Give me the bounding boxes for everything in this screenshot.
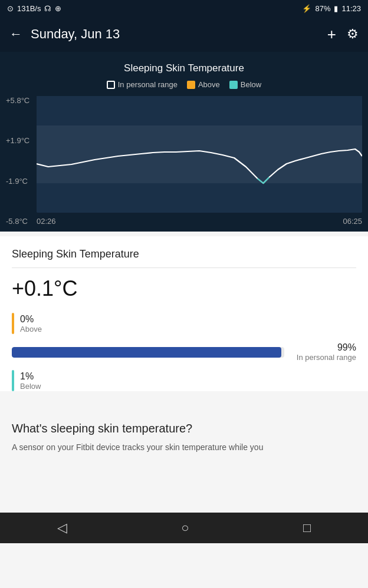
header-icons: + ⚙ xyxy=(327,25,359,44)
battery-icon: ▮ xyxy=(334,4,338,13)
x-label-start: 02:26 xyxy=(37,217,56,226)
legend-dot-cyan xyxy=(229,81,238,89)
below-pct: 1% xyxy=(20,371,41,382)
battery-pct: 87% xyxy=(315,4,330,13)
x-label-end: 06:25 xyxy=(343,217,362,226)
status-extra-icon: ☊ xyxy=(44,4,51,13)
header: ← Sunday, Jun 13 + ⚙ xyxy=(0,16,368,52)
status-extra2-icon: ⊕ xyxy=(55,4,61,13)
chart-canvas xyxy=(37,96,362,213)
nav-home-button[interactable]: ○ xyxy=(181,520,189,536)
legend-above-label: Above xyxy=(198,80,220,89)
stats-section: Sleeping Skin Temperature +0.1°C 0% Abov… xyxy=(0,236,368,391)
whats-body: A sensor on your Fitbit device tracks yo… xyxy=(12,441,356,454)
legend-dot-yellow xyxy=(187,81,195,89)
in-range-pct: 99% xyxy=(291,342,356,353)
above-name: Above xyxy=(20,325,42,333)
above-side-indicator xyxy=(12,313,14,334)
back-button[interactable]: ← xyxy=(9,27,22,42)
chart-legend: In personal range Above Below xyxy=(0,80,368,89)
signal-text: 131B/s xyxy=(17,4,41,13)
whats-title: What's sleeping skin temperature? xyxy=(12,422,356,435)
in-range-name: In personal range xyxy=(291,353,356,362)
legend-below-label: Below xyxy=(241,80,261,89)
legend-above: Above xyxy=(187,80,220,89)
bottom-nav: ◁ ○ □ xyxy=(0,513,368,543)
temp-value: +0.1°C xyxy=(12,276,356,301)
svg-rect-0 xyxy=(37,125,362,183)
below-side-indicator xyxy=(12,370,14,391)
y-label-lower: -1.9°C xyxy=(6,177,33,186)
status-right: ⚡ 87% ▮ 11:23 xyxy=(302,4,361,13)
y-label-bottom: -5.8°C xyxy=(6,217,33,226)
page-title: Sunday, Jun 13 xyxy=(31,27,327,42)
legend-dot-white xyxy=(107,81,115,89)
time: 11:23 xyxy=(341,4,361,13)
nav-recents-button[interactable]: □ xyxy=(303,520,311,536)
settings-button[interactable]: ⚙ xyxy=(347,27,359,42)
legend-below: Below xyxy=(229,80,261,89)
stat-row-in-range: 99% In personal range xyxy=(12,342,356,362)
chart-svg xyxy=(37,96,362,213)
chart-area: +5.8°C +1.9°C -1.9°C -5.8°C xyxy=(6,96,362,226)
above-pct: 0% xyxy=(20,314,42,325)
below-name: Below xyxy=(20,382,41,391)
whats-section: What's sleeping skin temperature? A sens… xyxy=(0,405,368,465)
y-label-top: +5.8°C xyxy=(6,96,33,105)
spacer xyxy=(0,465,368,513)
chart-section: Sleeping Skin Temperature In personal ra… xyxy=(0,52,368,232)
add-button[interactable]: + xyxy=(327,25,336,44)
in-range-label: 99% In personal range xyxy=(291,342,356,362)
in-range-bar-container xyxy=(12,347,284,358)
chart-y-labels: +5.8°C +1.9°C -1.9°C -5.8°C xyxy=(6,96,37,226)
stat-row-above: 0% Above xyxy=(12,313,356,334)
chart-x-labels: 02:26 06:25 xyxy=(37,214,362,226)
bluetooth-icon: ⚡ xyxy=(302,4,311,13)
status-left: ⊙ 131B/s ☊ ⊕ xyxy=(7,4,61,13)
y-label-upper: +1.9°C xyxy=(6,136,33,145)
status-bar: ⊙ 131B/s ☊ ⊕ ⚡ 87% ▮ 11:23 xyxy=(0,0,368,16)
legend-in-range-label: In personal range xyxy=(118,80,178,89)
chart-title: Sleeping Skin Temperature xyxy=(0,62,368,74)
stat-row-below: 1% Below xyxy=(12,370,356,391)
wifi-icon: ⊙ xyxy=(7,4,14,13)
in-range-bar-fill xyxy=(12,347,281,358)
stats-title: Sleeping Skin Temperature xyxy=(12,248,356,268)
legend-in-range: In personal range xyxy=(107,80,178,89)
nav-back-button[interactable]: ◁ xyxy=(57,520,67,536)
